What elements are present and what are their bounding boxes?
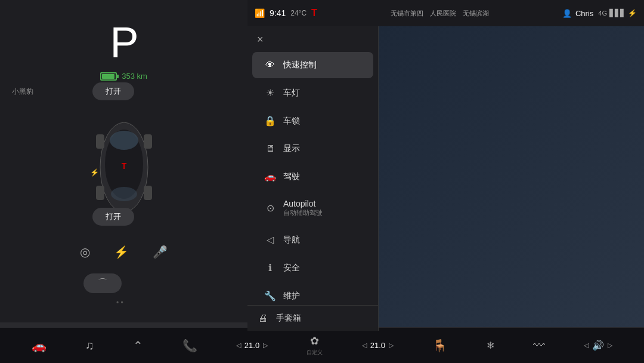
svg-rect-7	[144, 186, 152, 200]
svg-rect-4	[96, 134, 104, 149]
temp-right-group: ◁ 21.0 ▷	[362, 341, 394, 350]
time-display: 9:41	[270, 8, 286, 18]
status-bar: 📶 9:41 24°C T 无锡市第四 人民医院 无锡滨湖 👤 Chris 4G…	[247, 0, 644, 26]
music-task-icon: ♫	[85, 339, 94, 352]
taskbar-temp-left[interactable]: ◁ 21.0 ▷	[236, 341, 268, 350]
wiper-icon: ⌒	[98, 278, 107, 288]
taskbar-fan[interactable]: ✿ 自定义	[306, 334, 323, 356]
menu-items-list: 👁 快速控制 ☀ 车灯 🔒 车锁 🖥 显示 🚗 驾驶 ⊙ Autopilot	[247, 51, 378, 305]
volume-group: ◁ 🔊 ▷	[584, 340, 612, 351]
nav-task-icon: ⌃	[133, 339, 143, 353]
temp-right-arrow: ◁	[362, 342, 367, 349]
mic-icon: 🎤	[153, 245, 168, 259]
menu-item-lock[interactable]: 🔒 车锁	[252, 107, 373, 134]
menu-item-drive[interactable]: 🚗 驾驶	[252, 163, 373, 190]
wiper-button[interactable]: ⌒	[83, 273, 122, 293]
autopilot-icon: ⊙	[264, 202, 276, 214]
glove-box-icon: 🖨	[257, 313, 269, 324]
glove-box-label: 手套箱	[276, 313, 301, 324]
taskbar-defrost[interactable]: ❄	[487, 340, 494, 351]
nav-icon: ◁	[264, 234, 276, 245]
menu-label-maintenance: 维护	[283, 291, 300, 302]
close-button[interactable]: ×	[247, 26, 273, 51]
temp-left-arrow-right: ▷	[263, 342, 268, 349]
lights-icon: ☀	[264, 87, 276, 99]
taskbar-car[interactable]: 🚗	[32, 339, 47, 353]
menu-item-display[interactable]: 🖥 显示	[252, 136, 373, 162]
taskbar-seat[interactable]: 🪑	[432, 339, 447, 353]
menu-label-lock: 车锁	[283, 116, 300, 127]
taskbar: 🚗 ♫ ⌃ 📞 ◁ 21.0 ▷ ✿ 自定义 ◁ 21.0	[0, 327, 644, 363]
svg-rect-6	[96, 186, 104, 200]
tesla-logo: T	[311, 8, 317, 19]
fan-task-icon: ✿	[310, 334, 319, 347]
taskbar-temp-right[interactable]: ◁ 21.0 ▷	[362, 341, 394, 350]
car-svg: T ⚡	[85, 110, 163, 224]
pagination-dots: • •	[116, 299, 123, 307]
lock-icon: 🔒	[264, 115, 276, 127]
menu-label-quick: 快速控制	[283, 60, 317, 70]
wifi-icon: ▋▋▋	[609, 9, 626, 17]
temp-display: 24°C	[290, 9, 306, 17]
bluetooth-icon: ⚡	[628, 9, 637, 17]
temp-left-group: ◁ 21.0 ▷	[236, 341, 268, 350]
battery-row: 353 km	[100, 72, 147, 81]
volume-left-arrow: ◁	[584, 342, 589, 349]
taskbar-phone[interactable]: 📞	[182, 339, 197, 353]
charge-icon: ⚡	[114, 245, 129, 259]
drive-icon: 🚗	[264, 171, 276, 182]
battery-km: 353 km	[122, 72, 147, 81]
temp-right-arrow-right: ▷	[389, 342, 394, 349]
defrost-task-icon: ❄	[487, 340, 494, 351]
bottom-icons-row: ◎ ⚡ 🎤	[0, 245, 247, 259]
open-button-top[interactable]: 打开	[92, 82, 134, 100]
gear-indicator: P	[110, 18, 137, 67]
volume-task-icon: 🔊	[592, 340, 604, 351]
network-badge: 4G	[598, 10, 607, 17]
svg-point-2	[110, 131, 138, 150]
open-button-bottom[interactable]: 打开	[92, 208, 134, 226]
svg-text:T: T	[121, 161, 126, 171]
map-location: 无锡市第四 人民医院 无锡滨湖	[322, 9, 558, 18]
maintenance-icon: 🔧	[264, 290, 276, 302]
side-menu: × 👁 快速控制 ☀ 车灯 🔒 车锁 🖥 显示 🚗 驾驶	[247, 26, 379, 331]
menu-label-lights: 车灯	[283, 88, 300, 99]
car-task-icon: 🚗	[32, 339, 47, 353]
temp-left-arrow: ◁	[236, 342, 241, 349]
taskbar-volume[interactable]: ◁ 🔊 ▷	[584, 340, 612, 351]
menu-label-autopilot: Autopilot自动辅助驾驶	[283, 199, 323, 217]
menu-item-safety[interactable]: ℹ 安全	[252, 254, 373, 281]
volume-right-arrow: ▷	[608, 342, 612, 349]
brightness-value: 36%	[417, 331, 561, 331]
signal-icon: 📶	[255, 8, 265, 18]
seat-task-icon: 🪑	[432, 339, 447, 353]
svg-rect-5	[144, 134, 152, 149]
menu-label-nav: 导航	[283, 235, 300, 245]
safety-icon: ℹ	[264, 262, 276, 273]
temp-left-value: 21.0	[244, 341, 259, 350]
signal-indicators: 4G ▋▋▋ ⚡	[598, 9, 637, 17]
quick-control-icon: 👁	[264, 60, 276, 70]
svg-point-3	[111, 187, 137, 201]
menu-label-drive: 驾驶	[283, 171, 300, 182]
taskbar-nav[interactable]: ⌃	[133, 339, 143, 353]
car-label: 小黑豹	[12, 87, 33, 97]
menu-item-nav[interactable]: ◁ 导航	[252, 226, 373, 253]
menu-item-quick-control[interactable]: 👁 快速控制	[252, 52, 373, 78]
glove-box-button[interactable]: 🖨 手套箱	[247, 305, 378, 331]
phone-task-icon: 📞	[182, 339, 197, 353]
taskbar-music[interactable]: ♫	[85, 339, 94, 352]
user-icon: 👤	[562, 9, 572, 18]
menu-item-maintenance[interactable]: 🔧 维护	[252, 282, 373, 305]
menu-label-safety: 安全	[283, 263, 300, 273]
target-icon: ◎	[80, 245, 90, 259]
username: Chris	[575, 9, 593, 18]
main-screen: P 353 km 小黑豹 打开	[0, 0, 644, 363]
display-icon: 🖥	[264, 143, 276, 154]
menu-item-lights[interactable]: ☀ 车灯	[252, 79, 373, 106]
fan-sublabel: 自定义	[306, 349, 323, 356]
taskbar-wiper[interactable]: 〰	[533, 339, 545, 352]
svg-text:⚡: ⚡	[90, 168, 99, 177]
menu-item-autopilot[interactable]: ⊙ Autopilot自动辅助驾驶	[252, 191, 373, 225]
vehicle-panel: P 353 km 小黑豹 打开	[0, 0, 247, 322]
